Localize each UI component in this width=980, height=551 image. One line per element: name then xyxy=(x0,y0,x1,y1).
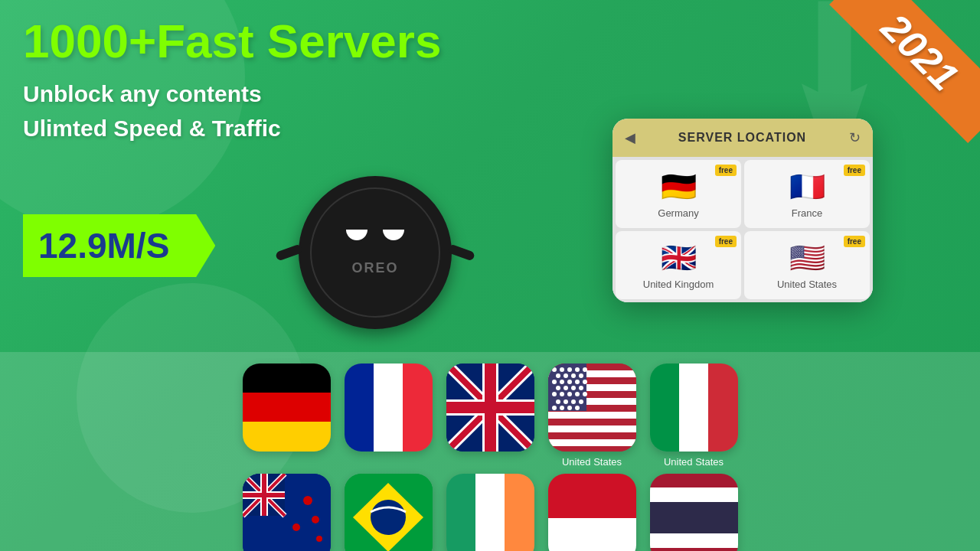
flag-icon-ireland[interactable] xyxy=(446,474,534,551)
svg-point-39 xyxy=(564,386,568,390)
back-button[interactable]: ◀ xyxy=(625,129,635,146)
free-badge-france: free xyxy=(844,165,865,176)
svg-point-47 xyxy=(556,399,560,404)
flag-item-germany[interactable] xyxy=(243,364,331,468)
svg-point-45 xyxy=(575,392,580,396)
flag-item-nz[interactable] xyxy=(243,474,331,551)
flag-item-usa[interactable]: United States xyxy=(548,364,636,468)
svg-point-31 xyxy=(571,373,576,378)
server-location-title: SERVER LOCATION xyxy=(678,131,806,145)
svg-rect-18 xyxy=(548,419,636,425)
svg-point-42 xyxy=(552,392,557,396)
svg-rect-22 xyxy=(548,446,636,452)
flag-label-usa: United States xyxy=(562,456,622,468)
svg-point-43 xyxy=(560,392,564,396)
flag-item-thailand[interactable]: United States xyxy=(650,474,738,551)
flag-item-france[interactable] xyxy=(345,364,433,468)
flags-row-2: United States United States xyxy=(0,468,980,551)
svg-point-25 xyxy=(560,367,564,372)
svg-rect-19 xyxy=(548,425,636,432)
flag-icon-france[interactable] xyxy=(345,364,433,452)
flag-item-italy[interactable]: United States xyxy=(650,364,738,468)
server-name-uk: United Kingdom xyxy=(643,279,714,290)
svg-rect-20 xyxy=(548,432,636,439)
corner-banner: 2021 xyxy=(827,0,980,153)
oreo-character: OREO xyxy=(299,176,452,329)
year-label: 2021 xyxy=(829,0,980,143)
server-name-france: France xyxy=(792,207,822,219)
flag-label-italy: United States xyxy=(664,456,724,468)
svg-point-29 xyxy=(556,373,560,378)
flag-icon-indonesia[interactable] xyxy=(548,474,636,551)
flag-item-uk[interactable] xyxy=(446,364,534,468)
svg-point-37 xyxy=(583,380,587,384)
svg-rect-8 xyxy=(485,364,496,452)
svg-point-44 xyxy=(567,392,572,396)
svg-point-32 xyxy=(579,373,583,378)
free-badge-germany: free xyxy=(715,165,737,176)
svg-point-24 xyxy=(552,367,557,372)
svg-point-68 xyxy=(316,536,322,542)
svg-point-71 xyxy=(371,500,406,535)
svg-point-66 xyxy=(312,516,319,523)
svg-point-52 xyxy=(560,406,564,410)
svg-point-67 xyxy=(292,523,300,531)
flag-icon-uk[interactable] xyxy=(446,364,534,452)
svg-point-54 xyxy=(575,406,580,410)
svg-point-40 xyxy=(571,386,576,390)
svg-point-41 xyxy=(579,386,583,390)
svg-point-51 xyxy=(552,406,557,410)
svg-point-53 xyxy=(567,406,572,410)
flag-item-brazil[interactable] xyxy=(345,474,433,551)
flag-icon-nz[interactable] xyxy=(243,474,331,551)
flag-icon-usa[interactable] xyxy=(548,364,636,452)
svg-rect-17 xyxy=(548,412,636,419)
server-name-usa: United States xyxy=(777,279,837,290)
svg-point-26 xyxy=(567,367,572,372)
svg-point-46 xyxy=(583,392,587,396)
svg-point-38 xyxy=(556,386,560,390)
flag-icon-thailand[interactable] xyxy=(650,474,738,551)
svg-rect-64 xyxy=(262,474,266,516)
svg-point-34 xyxy=(560,380,564,384)
svg-point-36 xyxy=(575,380,580,384)
speed-value: 12.9M/S xyxy=(38,226,169,266)
headline: 1000+Fast Servers xyxy=(23,15,441,67)
svg-point-30 xyxy=(564,373,568,378)
flag-icon-germany[interactable] xyxy=(243,364,331,452)
free-badge-usa: free xyxy=(844,236,865,247)
flags-row-1: United States United States xyxy=(0,352,980,468)
svg-rect-21 xyxy=(548,439,636,446)
flag-item-ireland[interactable] xyxy=(446,474,534,551)
server-name-germany: Germany xyxy=(658,207,698,219)
svg-point-48 xyxy=(564,399,568,404)
server-card-france[interactable]: free 🇫🇷 France xyxy=(744,160,870,228)
speed-badge: 12.9M/S xyxy=(23,214,215,277)
flag-icon-brazil[interactable] xyxy=(345,474,433,551)
svg-point-65 xyxy=(303,496,312,505)
server-card-germany[interactable]: free 🇩🇪 Germany xyxy=(616,160,741,228)
svg-point-33 xyxy=(552,380,557,384)
server-grid: free 🇩🇪 Germany free 🇫🇷 France free 🇬🇧 U… xyxy=(612,157,873,302)
free-badge-uk: free xyxy=(715,236,737,247)
bottom-flags-area: United States United States xyxy=(0,352,980,551)
svg-point-28 xyxy=(583,367,587,372)
flag-item-indonesia[interactable]: United States xyxy=(548,474,636,551)
svg-point-35 xyxy=(567,380,572,384)
server-card-usa[interactable]: free 🇺🇸 United States xyxy=(744,231,870,299)
subline1: Unblock any contents Ulimted Speed & Tra… xyxy=(23,77,441,145)
svg-point-27 xyxy=(575,367,580,372)
svg-point-50 xyxy=(579,399,583,404)
server-card-uk[interactable]: free 🇬🇧 United Kingdom xyxy=(616,231,741,299)
left-panel: 1000+Fast Servers Unblock any contents U… xyxy=(23,15,441,145)
svg-point-49 xyxy=(571,399,576,404)
flag-icon-italy[interactable] xyxy=(650,364,738,452)
